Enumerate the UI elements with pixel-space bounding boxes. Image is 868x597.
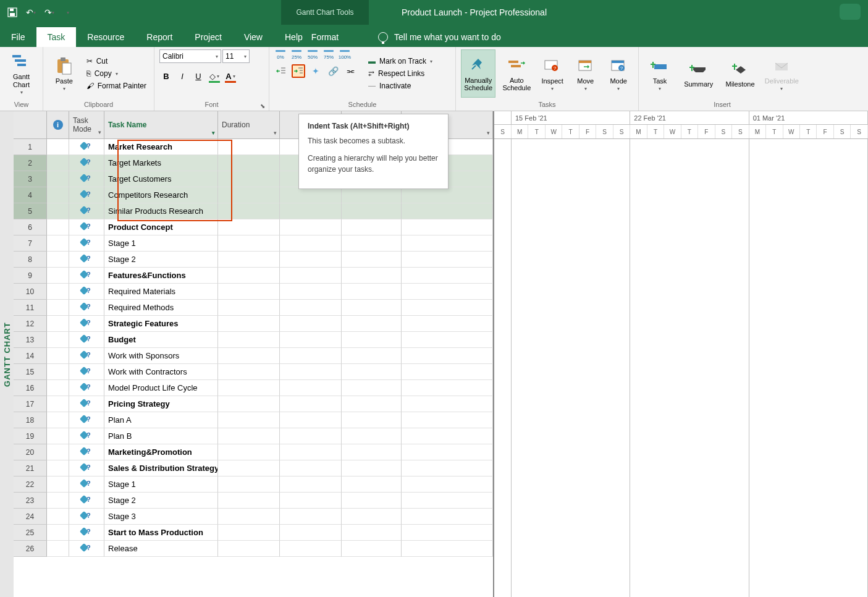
- task-mode-cell[interactable]: ?: [69, 139, 104, 155]
- task-name-cell[interactable]: Market Research: [104, 139, 218, 155]
- cell[interactable]: [342, 444, 402, 460]
- duration-cell[interactable]: [218, 493, 280, 509]
- redo-icon[interactable]: ↷▾: [42, 5, 57, 20]
- predecessors-cell[interactable]: [402, 509, 493, 525]
- task-name-cell[interactable]: Marketing&Promotion: [104, 444, 218, 460]
- duration-cell[interactable]: [218, 509, 280, 525]
- cell[interactable]: [280, 284, 342, 300]
- qat-customize-icon[interactable]: ▾: [61, 5, 75, 20]
- table-row[interactable]: 25?Start to Mass Production: [14, 525, 493, 541]
- cell[interactable]: [280, 364, 342, 380]
- tab-task[interactable]: Task: [36, 27, 77, 47]
- col-task-name[interactable]: Task Name▾: [104, 111, 218, 139]
- task-mode-cell[interactable]: ?: [69, 171, 104, 187]
- insert-task-button[interactable]: Task▾: [644, 49, 676, 98]
- task-mode-cell[interactable]: ?: [69, 493, 104, 509]
- table-row[interactable]: 6?Product Concept: [14, 219, 493, 235]
- cell[interactable]: [280, 332, 342, 348]
- table-row[interactable]: 13?Budget: [14, 332, 493, 348]
- gantt-timeline[interactable]: 15 Feb '2122 Feb '2101 Mar '21 SMTWTFSSM…: [493, 111, 868, 597]
- cell[interactable]: [342, 348, 402, 364]
- info-cell[interactable]: [47, 396, 69, 412]
- predecessors-cell[interactable]: [402, 187, 493, 203]
- row-number[interactable]: 22: [14, 476, 47, 493]
- duration-cell[interactable]: [218, 252, 280, 268]
- cell[interactable]: [280, 252, 342, 268]
- task-name-cell[interactable]: Start to Mass Production: [104, 525, 218, 541]
- font-size-select[interactable]: 11▾: [222, 49, 250, 63]
- row-number[interactable]: 17: [14, 396, 47, 412]
- row-number[interactable]: 25: [14, 525, 47, 541]
- cell[interactable]: [280, 316, 342, 332]
- cell[interactable]: [342, 509, 402, 525]
- row-number[interactable]: 24: [14, 509, 47, 525]
- auto-schedule-button[interactable]: Auto Schedule: [499, 49, 534, 98]
- task-name-cell[interactable]: Release: [104, 541, 218, 557]
- task-name-cell[interactable]: Plan A: [104, 412, 218, 428]
- italic-button[interactable]: I: [175, 69, 189, 83]
- cell[interactable]: [342, 460, 402, 476]
- indent-button[interactable]: [292, 64, 305, 78]
- duration-cell[interactable]: [218, 235, 280, 252]
- cell[interactable]: [280, 428, 342, 444]
- info-cell[interactable]: [47, 171, 69, 187]
- fill-color-button[interactable]: ◇▾: [208, 69, 221, 83]
- task-name-cell[interactable]: Stage 2: [104, 493, 218, 509]
- tab-file[interactable]: File: [0, 27, 36, 47]
- task-name-cell[interactable]: Required Methods: [104, 300, 218, 316]
- tell-me-search[interactable]: Tell me what you want to do: [378, 27, 501, 47]
- row-number[interactable]: 14: [14, 348, 47, 364]
- table-row[interactable]: 18?Plan A: [14, 412, 493, 428]
- duration-cell[interactable]: [218, 412, 280, 428]
- predecessors-cell[interactable]: [402, 460, 493, 476]
- duration-cell[interactable]: [218, 428, 280, 444]
- task-name-cell[interactable]: Similar Products Research: [104, 203, 218, 219]
- info-cell[interactable]: [47, 235, 69, 252]
- row-number[interactable]: 2: [14, 155, 47, 171]
- task-mode-cell[interactable]: ?: [69, 155, 104, 171]
- table-row[interactable]: 15?Work with Contractors: [14, 364, 493, 380]
- duration-cell[interactable]: [218, 364, 280, 380]
- cell[interactable]: [280, 476, 342, 493]
- table-row[interactable]: 19?Plan B: [14, 428, 493, 444]
- cell[interactable]: [280, 509, 342, 525]
- cell[interactable]: [342, 284, 402, 300]
- respect-links-button[interactable]: ⥂Respect Links: [366, 68, 435, 79]
- info-cell[interactable]: [47, 364, 69, 380]
- task-name-cell[interactable]: Strategic Features: [104, 316, 218, 332]
- tab-view[interactable]: View: [233, 27, 274, 47]
- cell[interactable]: [342, 332, 402, 348]
- task-mode-cell[interactable]: ?: [69, 284, 104, 300]
- insert-milestone-button[interactable]: Milestone: [721, 49, 759, 98]
- task-name-cell[interactable]: Features&Functions: [104, 268, 218, 284]
- table-row[interactable]: 17?Pricing Strategy: [14, 396, 493, 412]
- predecessors-cell[interactable]: [402, 380, 493, 396]
- cell[interactable]: [342, 187, 402, 203]
- split-task-button[interactable]: ✦: [309, 64, 322, 78]
- duration-cell[interactable]: [218, 139, 280, 155]
- predecessors-cell[interactable]: [402, 444, 493, 460]
- duration-cell[interactable]: [218, 476, 280, 493]
- paste-button[interactable]: Paste ▾: [48, 49, 80, 98]
- info-cell[interactable]: [47, 219, 69, 235]
- predecessors-cell[interactable]: [402, 476, 493, 493]
- predecessors-cell[interactable]: [402, 203, 493, 219]
- task-name-cell[interactable]: Pricing Strategy: [104, 396, 218, 412]
- cell[interactable]: [280, 412, 342, 428]
- table-row[interactable]: 9?Features&Functions: [14, 268, 493, 284]
- cell[interactable]: [342, 252, 402, 268]
- bold-button[interactable]: B: [159, 69, 173, 83]
- cut-button[interactable]: ✂Cut: [84, 56, 149, 67]
- table-row[interactable]: 7?Stage 1: [14, 235, 493, 252]
- predecessors-cell[interactable]: [402, 396, 493, 412]
- duration-cell[interactable]: [218, 525, 280, 541]
- pct-100-button[interactable]: 100%: [339, 49, 351, 59]
- task-mode-cell[interactable]: ?: [69, 444, 104, 460]
- table-row[interactable]: 14?Work with Sponsors: [14, 348, 493, 364]
- table-row[interactable]: 24?Stage 3: [14, 509, 493, 525]
- info-cell[interactable]: [47, 284, 69, 300]
- table-row[interactable]: 23?Stage 2: [14, 493, 493, 509]
- duration-cell[interactable]: [218, 332, 280, 348]
- cell[interactable]: [280, 268, 342, 284]
- row-number[interactable]: 26: [14, 541, 47, 557]
